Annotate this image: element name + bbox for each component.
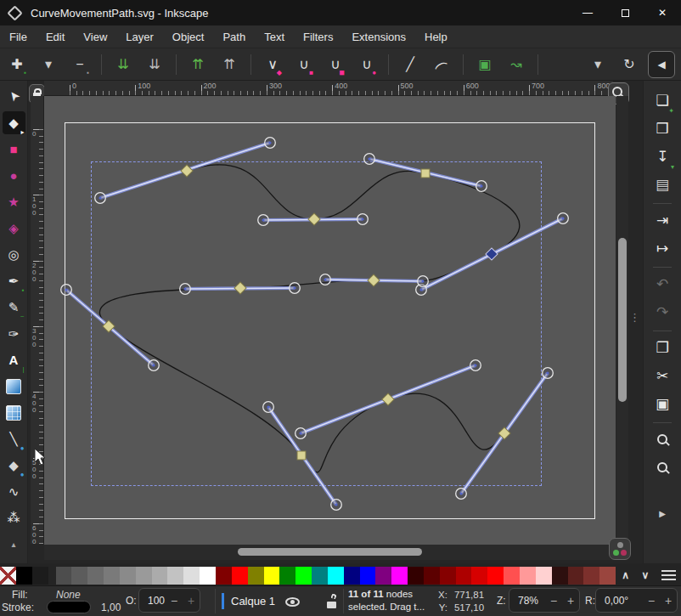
- palette-swatch[interactable]: [183, 567, 200, 585]
- path-node[interactable]: [421, 169, 430, 178]
- make-auto-node[interactable]: ∪●: [357, 54, 377, 75]
- spray-tool[interactable]: ⁂: [3, 506, 25, 529]
- cut[interactable]: ✂: [650, 363, 675, 388]
- paste[interactable]: ▣: [650, 391, 675, 416]
- path-node[interactable]: [234, 282, 246, 294]
- palette-swatch[interactable]: [152, 567, 168, 585]
- minimize-button[interactable]: —: [569, 0, 606, 25]
- layer-unlock-icon[interactable]: [327, 594, 339, 609]
- menu-file[interactable]: File: [0, 31, 37, 43]
- zoom-drawing[interactable]: [650, 455, 675, 480]
- palette-swatch[interactable]: [471, 567, 487, 585]
- layer-visibility-eye-icon[interactable]: [285, 597, 300, 607]
- menu-text[interactable]: Text: [255, 31, 294, 43]
- make-symmetric-node[interactable]: ∪◼: [325, 54, 346, 75]
- paint-bucket-tool[interactable]: ◆●: [3, 454, 25, 477]
- rotation-increase-button[interactable]: +: [660, 594, 677, 608]
- maximize-button[interactable]: [606, 0, 644, 25]
- palette-menu-icon[interactable]: [661, 570, 676, 581]
- stroke-color-swatch[interactable]: [47, 601, 91, 613]
- vertical-scrollbar-thumb[interactable]: [618, 238, 627, 402]
- selector-tool[interactable]: ➤: [3, 85, 25, 108]
- opacity-decrease-button[interactable]: −: [166, 594, 183, 608]
- ellipse-tool[interactable]: ●: [3, 164, 25, 187]
- x-coord-menu[interactable]: ▾: [588, 54, 608, 75]
- palette-swatch[interactable]: [312, 567, 328, 585]
- palette-swatch[interactable]: [424, 567, 440, 585]
- node-tool[interactable]: ◆▸: [3, 111, 25, 134]
- path-drawing[interactable]: [44, 96, 616, 545]
- current-layer-name[interactable]: Calque 1: [231, 595, 275, 608]
- vertical-scrollbar[interactable]: [616, 96, 628, 545]
- palette-swatch[interactable]: [536, 567, 552, 585]
- more-panels[interactable]: ▶: [650, 501, 675, 527]
- menu-layer[interactable]: Layer: [116, 31, 163, 43]
- stroke-width-value[interactable]: 1,00: [101, 602, 121, 613]
- new-document[interactable]: ❏✦: [650, 88, 675, 113]
- palette-swatch[interactable]: [87, 567, 104, 585]
- path-node[interactable]: [297, 451, 306, 460]
- toolbox-overflow[interactable]: ▴: [3, 533, 25, 556]
- rotation-value[interactable]: 0,00°: [596, 595, 643, 607]
- collapse-panel-button[interactable]: ◀: [648, 51, 675, 78]
- insert-node[interactable]: ✚▪: [7, 54, 27, 75]
- opacity-increase-button[interactable]: +: [183, 594, 200, 608]
- palette-swatch[interactable]: [248, 567, 264, 585]
- copy[interactable]: ❐: [650, 335, 675, 360]
- redo[interactable]: ↷: [650, 299, 675, 325]
- menu-path[interactable]: Path: [213, 31, 255, 43]
- palette-swatch[interactable]: [71, 567, 87, 585]
- palette-swatch[interactable]: [216, 567, 232, 585]
- zoom-increase-button[interactable]: +: [562, 594, 579, 608]
- star-tool[interactable]: ★: [3, 190, 25, 213]
- box3d-tool[interactable]: ◈: [3, 217, 25, 240]
- zoom-decrease-button[interactable]: −: [545, 594, 562, 608]
- print-document[interactable]: ▤: [650, 172, 675, 197]
- path-node[interactable]: [308, 213, 320, 225]
- path-node[interactable]: [368, 274, 380, 286]
- bezier-curve[interactable]: [99, 165, 519, 472]
- show-transform-handles[interactable]: ↻: [619, 54, 639, 75]
- menu-object[interactable]: Object: [163, 31, 214, 43]
- mesh-gradient-tool[interactable]: [3, 401, 25, 424]
- palette-swatch[interactable]: [568, 567, 584, 585]
- close-button[interactable]: ✕: [644, 0, 681, 25]
- rotation-spinner[interactable]: 0,00° − +: [595, 588, 678, 613]
- color-managed-display-button[interactable]: [609, 538, 631, 560]
- palette-swatch[interactable]: [456, 567, 472, 585]
- undo[interactable]: ↶: [650, 271, 675, 297]
- palette-swatch[interactable]: [56, 567, 72, 585]
- gradient-tool[interactable]: [3, 375, 25, 398]
- menu-view[interactable]: View: [74, 31, 116, 43]
- palette-swatch[interactable]: [279, 567, 295, 585]
- palette-scroll-up-button[interactable]: ∧: [616, 566, 635, 585]
- opacity-value[interactable]: 100: [139, 595, 166, 607]
- rotation-decrease-button[interactable]: −: [643, 594, 660, 608]
- break-nodes[interactable]: ⇊: [144, 54, 165, 75]
- palette-swatch[interactable]: [167, 567, 183, 585]
- pencil-tool[interactable]: ✎~: [3, 296, 25, 319]
- insert-node-menu[interactable]: ▾: [38, 54, 59, 75]
- fill-value[interactable]: None: [56, 589, 81, 601]
- object-to-path[interactable]: ▣: [475, 54, 495, 75]
- palette-scroll-down-button[interactable]: ∨: [635, 566, 655, 585]
- segment-curve[interactable]: (: [431, 54, 452, 75]
- stroke-to-path[interactable]: ↝: [506, 54, 526, 75]
- save-document[interactable]: ↧▾: [650, 144, 675, 169]
- opacity-spinner[interactable]: 100 − +: [138, 588, 200, 613]
- palette-swatch[interactable]: [408, 567, 424, 585]
- make-smooth-node[interactable]: ∪■: [294, 54, 314, 75]
- palette-swatch[interactable]: [583, 567, 599, 585]
- palette-swatch[interactable]: [0, 567, 16, 585]
- palette-swatch[interactable]: [104, 567, 120, 585]
- palette-swatch[interactable]: [344, 567, 360, 585]
- palette-swatch[interactable]: [391, 567, 408, 585]
- delete-segment[interactable]: ⇈: [219, 54, 239, 75]
- horizontal-scrollbar[interactable]: [44, 545, 613, 560]
- join-nodes[interactable]: ⇊: [113, 54, 133, 75]
- pen-tool[interactable]: ✒▪: [3, 269, 25, 292]
- rectangle-tool[interactable]: ■: [3, 138, 25, 161]
- menu-edit[interactable]: Edit: [37, 31, 74, 43]
- zoom-value[interactable]: 78%: [509, 595, 545, 607]
- palette-swatch[interactable]: [440, 567, 456, 585]
